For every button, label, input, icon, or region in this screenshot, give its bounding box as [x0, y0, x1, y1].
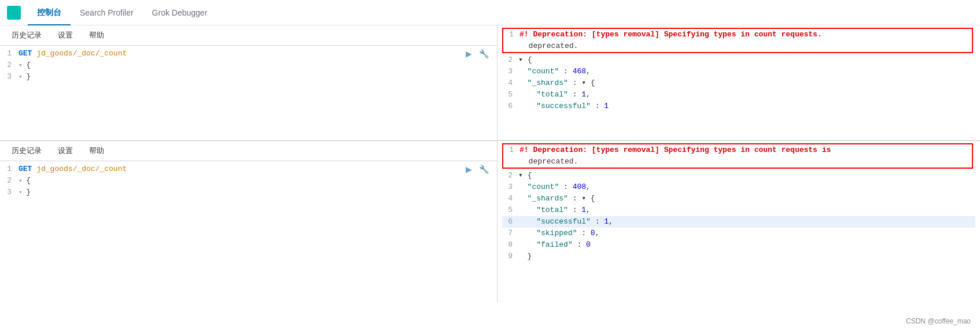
response-panel-1: 1 #! Deprecation: [types removal] Specif…	[498, 25, 980, 140]
logo-badge	[7, 6, 21, 20]
watermark: CSDN @coffee_mao	[906, 317, 971, 325]
editor2-line-1: 1 GET jd_goods/_doc/_count	[5, 163, 492, 175]
resp-line-1-1: 1 #! Deprecation: [types removal] Specif…	[503, 29, 972, 40]
resp-line-2-3: 3 "count" : 408,	[502, 181, 975, 193]
resp-line-2-8: 8 "failed" : 0	[502, 239, 975, 251]
editor-icons-1: ▶ 🔧	[465, 48, 490, 59]
resp-line-2-2: 2 ▾ {	[502, 170, 975, 181]
panel-row-2: 历史记录 设置 帮助 1 GET jd_goods/_doc/_count 2 …	[0, 141, 980, 303]
resp-line-2-1: 1 #! Deprecation: [types removal] Specif…	[503, 144, 972, 156]
resp-line-1-2: 2 ▾ {	[502, 54, 975, 66]
deprecation-box-2: 1 #! Deprecation: [types removal] Specif…	[502, 143, 973, 169]
resp-line-2-cont: deprecated.	[503, 156, 972, 168]
code-editor-2[interactable]: 1 GET jd_goods/_doc/_count 2 ▾ { 3 ▾ } ▶…	[0, 161, 497, 303]
editor-line-3: 3 ▾ }	[5, 71, 492, 83]
resp-line-1-3: 3 "count" : 468,	[502, 66, 975, 77]
tab-search-profiler[interactable]: Search Profiler	[71, 1, 143, 25]
resp-line-2-6: 6 "successful" : 1,	[502, 216, 975, 228]
resp-line-2-5: 5 "total" : 1,	[502, 204, 975, 216]
tab-grok-debugger[interactable]: Grok Debugger	[143, 1, 217, 25]
panel-row-1: 历史记录 设置 帮助 1 GET jd_goods/_doc/_count 2 …	[0, 25, 980, 141]
deprecation-box-1: 1 #! Deprecation: [types removal] Specif…	[502, 28, 973, 53]
response-panel-2: 1 #! Deprecation: [types removal] Specif…	[498, 141, 980, 303]
resp-line-1-4: 4 "_shards" : ▾ {	[502, 77, 975, 89]
wrench-button-1[interactable]: 🔧	[478, 48, 490, 59]
editor-line-1: 1 GET jd_goods/_doc/_count	[5, 48, 492, 59]
run-button-2[interactable]: ▶	[465, 163, 473, 175]
toolbar-1: 历史记录 设置 帮助	[0, 25, 497, 46]
history-btn-1[interactable]: 历史记录	[9, 29, 44, 42]
response-code-1[interactable]: 1 #! Deprecation: [types removal] Specif…	[498, 25, 980, 140]
resp-line-2-9: 9 }	[502, 251, 975, 262]
wrench-button-2[interactable]: 🔧	[478, 163, 490, 175]
settings-btn-2[interactable]: 设置	[56, 144, 75, 157]
history-btn-2[interactable]: 历史记录	[9, 144, 44, 157]
tab-console[interactable]: 控制台	[28, 1, 71, 25]
editor-line-2: 2 ▾ {	[5, 59, 492, 71]
help-btn-2[interactable]: 帮助	[87, 144, 106, 157]
editor2-line-3: 3 ▾ }	[5, 187, 492, 198]
settings-btn-1[interactable]: 设置	[56, 29, 75, 42]
resp-line-1-cont: deprecated.	[503, 40, 972, 52]
editor-panel-2: 历史记录 设置 帮助 1 GET jd_goods/_doc/_count 2 …	[0, 141, 498, 303]
run-button-1[interactable]: ▶	[465, 48, 473, 59]
editor-icons-2: ▶ 🔧	[465, 163, 490, 175]
toolbar-2: 历史记录 设置 帮助	[0, 141, 497, 161]
response-code-2[interactable]: 1 #! Deprecation: [types removal] Specif…	[498, 141, 980, 303]
resp-line-1-5: 5 "total" : 1,	[502, 89, 975, 101]
resp-line-1-6: 6 "successful" : 1	[502, 101, 975, 112]
top-bar: 控制台 Search Profiler Grok Debugger	[0, 0, 980, 25]
resp-line-2-7: 7 "skipped" : 0,	[502, 228, 975, 239]
editor2-line-2: 2 ▾ {	[5, 175, 492, 187]
code-editor-1[interactable]: 1 GET jd_goods/_doc/_count 2 ▾ { 3 ▾ } ▶…	[0, 46, 497, 140]
editor-panel-1: 历史记录 设置 帮助 1 GET jd_goods/_doc/_count 2 …	[0, 25, 498, 140]
nav-tabs: 控制台 Search Profiler Grok Debugger	[28, 0, 216, 25]
help-btn-1[interactable]: 帮助	[87, 29, 106, 42]
resp-line-2-4: 4 "_shards" : ▾ {	[502, 193, 975, 204]
